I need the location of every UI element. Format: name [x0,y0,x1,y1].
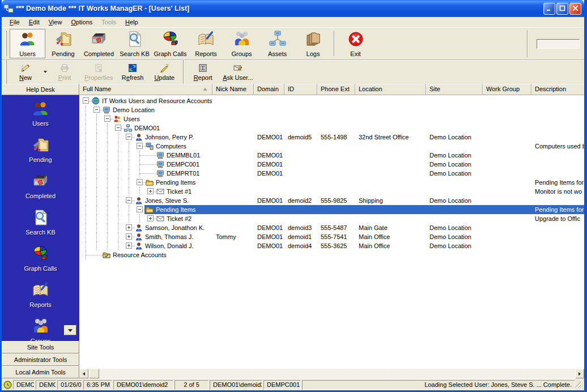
menu-file[interactable]: File [5,18,24,26]
tree-row-smith-thomas-j[interactable]: Smith, Thomas J.TommyDEMO01demoid1555-75… [79,232,584,241]
toolbar-button-ask-user[interactable]: Ask User... [219,62,257,83]
expand-icon[interactable] [126,242,132,249]
toolbar-button-graph-calls[interactable]: Graph Calls [152,29,188,58]
tree-guide-line [129,151,129,160]
collapse-icon[interactable] [137,143,143,149]
expand-icon[interactable] [147,188,154,194]
graphcalls-icon [32,245,50,264]
toolbar-button-report[interactable]: Report [187,62,219,83]
column-header-full-name[interactable]: Full Name [79,84,212,95]
tree-row-wilson-donald-j[interactable]: Wilson, Donald J.DEMO01demoid4555-3625Ma… [79,241,584,250]
maximize-button[interactable] [556,3,568,15]
menu-tools[interactable]: Tools [97,18,121,26]
expand-icon[interactable] [126,224,132,231]
sidebar-scroll-down-button[interactable] [64,325,76,335]
collapse-icon[interactable] [126,197,132,203]
sidebar-item-search-kb[interactable]: Search KB [2,208,79,236]
scroll-right-button[interactable] [575,369,584,378]
toolbar-button-print[interactable]: Print [49,62,80,83]
toolbar-button-pending[interactable]: Pending [45,29,81,58]
tree-row-pending-items[interactable]: Pending ItemsPending Items for [79,205,584,214]
menu-view[interactable]: View [44,18,67,26]
sidebar-item-graph-calls[interactable]: Graph Calls [2,245,79,272]
collapse-icon[interactable] [104,116,110,122]
folder-icon [146,206,154,214]
sidebar-group-site-tools[interactable]: Site Tools [2,341,79,353]
sidebar-group-local-admin-tools[interactable]: Local Admin Tools [2,366,79,378]
toolbar-button-completed[interactable]: Completed [81,29,117,58]
sidebar-item-completed[interactable]: Completed [2,172,79,199]
toolbar-button-assets[interactable]: Assets [260,29,295,58]
menu-help[interactable]: Help [121,18,143,26]
close-button[interactable] [569,3,581,15]
minimize-icon [546,3,552,14]
cell-id: demoid2 [284,197,317,204]
tree-guide-line [86,123,86,133]
tree-row-demo01[interactable]: DEMO01 [79,123,584,133]
sidebar-item-reports[interactable]: Reports [2,281,79,308]
expand-icon[interactable] [147,215,154,221]
sidebar-group-administrator-tools[interactable]: Administrator Tools [2,353,79,366]
tree-guide-line [107,232,108,241]
tree-row-demprt01[interactable]: DEMPRT01DEMO01Demo Location [79,169,584,178]
tree-row-pending-items[interactable]: Pending ItemsPending Items for [79,178,584,187]
toolbar-button-refresh[interactable]: Refresh [117,62,148,83]
toolbar-button-exit[interactable]: Exit [338,29,373,58]
toolbar-button-reports[interactable]: Reports [188,29,224,58]
toolbar-button-search-kb[interactable]: Search KB [117,29,152,58]
menu-options[interactable]: Options [66,18,97,26]
quick-field[interactable] [537,39,580,49]
tree-row-it-works-users-and-resource-accounts[interactable]: IT Works Users and Resource Accounts [79,96,584,105]
menu-edit[interactable]: Edit [24,18,44,26]
horizontal-scrollbar[interactable] [79,369,584,378]
column-header-location[interactable]: Location [355,84,426,95]
column-header-description[interactable]: Description [531,84,584,95]
column-header-id[interactable]: ID [284,84,317,95]
app-window: *** Demo Mode *** IT Works ManagER - [Us… [0,0,587,392]
sidebar-item-pending[interactable]: Pending [2,136,79,163]
tree-stub-line [86,255,103,255]
sidebar-header-help-desk[interactable]: Help Desk [2,84,79,95]
scrollbar-thumb[interactable] [89,369,99,378]
collapse-icon[interactable] [126,134,132,140]
tree-row-demmbl01[interactable]: DEMMBL01DEMO01Demo Location [79,151,584,160]
sidebar-item-users[interactable]: Users [2,100,79,127]
scroll-left-button[interactable] [79,369,88,378]
tree-row-computers[interactable]: ComputersComputers used b [79,142,584,151]
tree-row-demo-location[interactable]: Demo Location [79,105,584,114]
column-headers: Full NameNick NameDomainIDPhone ExtLocat… [79,84,584,95]
toolbar-button-users[interactable]: Users [10,29,45,58]
tree-row-users[interactable]: Users [79,114,584,123]
column-header-domain[interactable]: Domain [254,84,284,95]
tree-row-samson-jonathon-k[interactable]: Samson, Jonathon K.DEMO01demoid3555-5487… [79,223,584,232]
tree-row-jones-steve-s[interactable]: Jones, Steve S.DEMO01demoid2555-9825Ship… [79,196,584,205]
toolbar-grip[interactable] [5,59,7,84]
collapse-icon[interactable] [115,125,121,131]
column-header-work-group[interactable]: Work Group [483,84,531,95]
tree-row-johnson-perry-p[interactable]: Johnson, Perry P.DEMO01demoid5555-149832… [79,133,584,142]
tree-row-resource-accounts[interactable]: Resource Accounts [79,250,584,259]
cell-location: Shipping [355,197,426,204]
collapse-icon[interactable] [83,97,89,104]
toolbar-button-label: Update [154,74,174,81]
status-segment: DEMO [36,380,56,390]
toolbar-button-new[interactable]: New [10,62,41,83]
column-header-nick-name[interactable]: Nick Name [212,84,254,95]
new-dropdown-button[interactable] [41,62,49,83]
column-header-phone-ext[interactable]: Phone Ext [317,84,355,95]
toolbar-grip[interactable] [5,31,7,56]
toolbar-button-logs[interactable]: Logs [295,29,331,58]
tree-row-ticket-2[interactable]: Ticket #2Upgrade to Offic [79,214,584,223]
expand-icon[interactable] [126,233,132,240]
tree-row-ticket-1[interactable]: Ticket #1Monitor is not wo [79,187,584,196]
minimize-button[interactable] [543,3,555,15]
toolbar-button-properties[interactable]: Properties [80,62,117,83]
collapse-icon[interactable] [137,179,143,185]
toolbar-button-update[interactable]: Update [148,62,180,83]
tree-row-dempc001[interactable]: DEMPC001DEMO01Demo Location [79,160,584,169]
collapse-icon[interactable] [137,206,143,212]
tree-guide-line [86,223,86,232]
column-header-site[interactable]: Site [426,84,483,95]
toolbar-button-groups[interactable]: Groups [224,29,260,58]
collapse-icon[interactable] [93,106,100,113]
